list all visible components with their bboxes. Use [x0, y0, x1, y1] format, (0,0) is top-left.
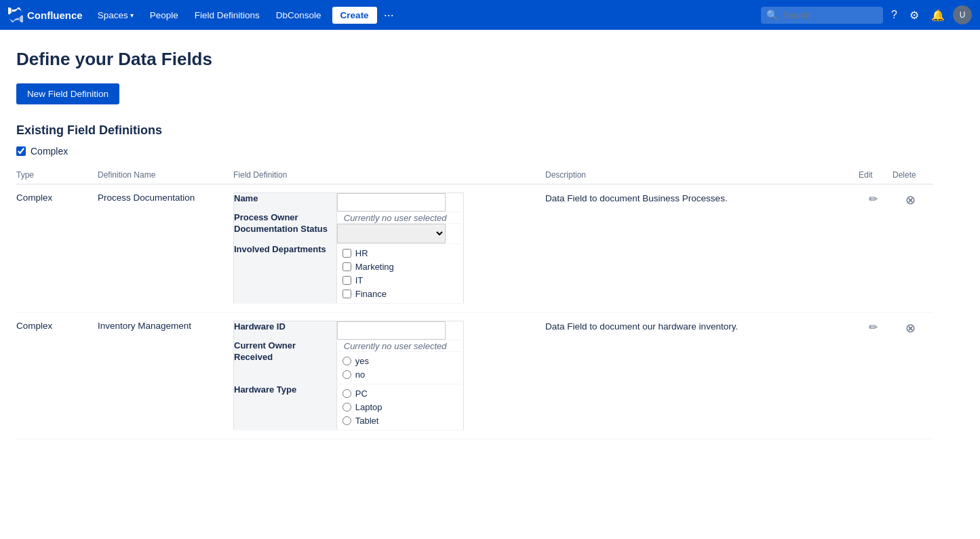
help-icon-button[interactable]: ? [887, 6, 901, 24]
cell-type: Complex [16, 184, 98, 313]
checkbox-label: IT [355, 275, 364, 285]
cell-definition-name: Process Documentation [98, 184, 233, 313]
checkbox-item-1[interactable] [342, 262, 351, 271]
field-label: Involved Departments [234, 244, 337, 304]
radio-label: Tablet [355, 416, 379, 426]
list-item: no [342, 370, 458, 380]
edit-icon-button[interactable]: ✏ [869, 321, 878, 333]
field-label: Process Owner [234, 212, 337, 224]
field-radio-list: yesno [337, 352, 463, 384]
confluence-logo[interactable]: Confluence [8, 7, 83, 22]
list-item: Marketing [342, 262, 458, 272]
field-def-row: Receivedyesno [234, 352, 464, 384]
radio-item-1[interactable] [342, 403, 351, 412]
field-label: Name [234, 193, 337, 212]
field-value-cell: Currently no user selected [336, 212, 463, 224]
notifications-icon: 🔔 [931, 9, 945, 21]
settings-icon: ⚙ [909, 9, 919, 21]
list-item: PC [342, 388, 458, 399]
table-row: ComplexInventory ManagementHardware IDCu… [16, 313, 933, 439]
description-text: Data Field to document Business Processe… [545, 193, 728, 203]
search-wrap: 🔍 [761, 7, 883, 24]
list-item: HR [342, 248, 458, 258]
field-radio-list: PCLaptopTablet [337, 384, 463, 430]
page-title: Define your Data Fields [16, 49, 933, 70]
spaces-chevron-icon: ▾ [130, 12, 134, 19]
field-definitions-table: Type Definition Name Field Definition De… [16, 166, 933, 439]
cell-delete: ⊗ [893, 313, 933, 439]
cell-type: Complex [16, 313, 98, 439]
checkbox-label: HR [355, 248, 368, 258]
page-content: Define your Data Fields New Field Defini… [0, 30, 949, 466]
new-field-definition-button[interactable]: New Field Definition [16, 83, 119, 104]
field-def-inner-table: NameProcess OwnerCurrently no user selec… [233, 193, 464, 304]
radio-item-1[interactable] [342, 370, 351, 379]
field-label: Documentation Status [234, 224, 337, 244]
top-navigation: Confluence Spaces ▾ People Field Definit… [0, 0, 980, 30]
nav-field-definitions[interactable]: Field Definitions [188, 6, 267, 24]
nav-more-button[interactable]: ··· [380, 5, 398, 25]
radio-item-0[interactable] [342, 389, 351, 398]
field-value-cell: yesno [336, 352, 463, 384]
user-avatar[interactable]: U [953, 5, 972, 24]
field-static-text: Currently no user selected [337, 336, 454, 357]
checkbox-item-0[interactable] [342, 249, 351, 258]
list-item: IT [342, 275, 458, 285]
field-def-row: Hardware TypePCLaptopTablet [234, 384, 464, 431]
radio-item-2[interactable] [342, 416, 351, 425]
field-value-cell [336, 224, 463, 244]
cell-edit: ✏ [859, 184, 893, 313]
cell-field-definition: NameProcess OwnerCurrently no user selec… [233, 184, 545, 313]
field-def-row: Process OwnerCurrently no user selected [234, 212, 464, 224]
checkbox-label: Finance [355, 289, 387, 299]
edit-icon-button[interactable]: ✏ [869, 193, 878, 205]
field-label: Hardware Type [234, 384, 337, 431]
radio-item-0[interactable] [342, 357, 351, 365]
radio-label: PC [355, 388, 368, 399]
cell-edit: ✏ [859, 313, 893, 439]
table-row: ComplexProcess DocumentationNameProcess … [16, 184, 933, 313]
delete-icon-button[interactable]: ⊗ [905, 321, 916, 335]
field-def-inner-table: Hardware IDCurrent OwnerCurrently no use… [233, 321, 464, 431]
nav-people[interactable]: People [143, 6, 185, 24]
checkbox-item-3[interactable] [342, 290, 351, 298]
cell-field-definition: Hardware IDCurrent OwnerCurrently no use… [233, 313, 545, 439]
delete-icon-button[interactable]: ⊗ [905, 193, 916, 207]
field-label: Current Owner [234, 340, 337, 352]
col-header-description: Description [545, 166, 859, 184]
logo-text: Confluence [27, 9, 83, 21]
search-input[interactable] [761, 7, 883, 24]
radio-label: no [355, 370, 365, 380]
settings-icon-button[interactable]: ⚙ [905, 6, 923, 24]
list-item: Finance [342, 289, 458, 299]
section-title: Existing Field Definitions [16, 123, 933, 138]
field-label: Received [234, 352, 337, 384]
nav-create-button[interactable]: Create [332, 7, 377, 24]
description-text: Data Field to document our hardware inve… [545, 321, 738, 332]
field-value-cell: Currently no user selected [336, 340, 463, 352]
complex-checkbox[interactable] [16, 146, 26, 156]
col-header-edit: Edit [859, 166, 893, 184]
radio-label: yes [355, 356, 369, 366]
cell-definition-name: Inventory Management [98, 313, 233, 439]
nav-dbconsole[interactable]: DbConsole [269, 6, 328, 24]
list-item: Tablet [342, 416, 458, 426]
complex-filter-row: Complex [16, 146, 933, 157]
checkbox-item-2[interactable] [342, 276, 351, 285]
nav-right-section: 🔍 ? ⚙ 🔔 U [761, 5, 972, 24]
field-checkbox-list: HRMarketingITFinance [337, 244, 463, 303]
complex-label[interactable]: Complex [31, 146, 68, 157]
list-item: yes [342, 356, 458, 366]
nav-spaces[interactable]: Spaces ▾ [91, 6, 140, 24]
field-select-2[interactable] [337, 224, 446, 243]
checkbox-label: Marketing [355, 262, 394, 272]
field-label: Hardware ID [234, 321, 337, 340]
cell-description: Data Field to document Business Processe… [545, 184, 859, 313]
field-def-row: Documentation Status [234, 224, 464, 244]
list-item: Laptop [342, 402, 458, 412]
help-icon: ? [891, 9, 897, 20]
col-header-type: Type [16, 166, 98, 184]
field-value-cell: HRMarketingITFinance [336, 244, 463, 304]
cell-description: Data Field to document our hardware inve… [545, 313, 859, 439]
notifications-icon-button[interactable]: 🔔 [927, 6, 949, 24]
